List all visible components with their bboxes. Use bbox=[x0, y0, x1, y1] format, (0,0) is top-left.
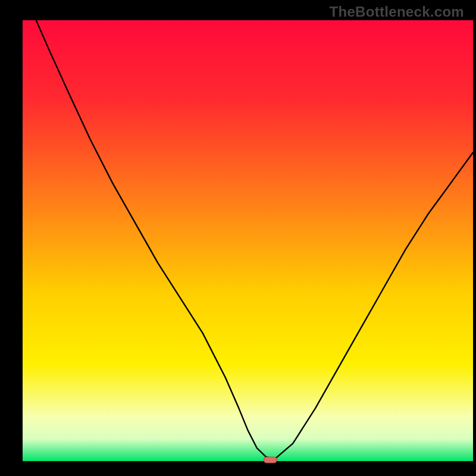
optimal-marker bbox=[264, 457, 277, 463]
watermark-text: TheBottleneck.com bbox=[330, 4, 464, 20]
plot-background bbox=[23, 20, 473, 461]
chart-container: TheBottleneck.com bbox=[0, 0, 476, 476]
chart-svg bbox=[0, 0, 476, 476]
